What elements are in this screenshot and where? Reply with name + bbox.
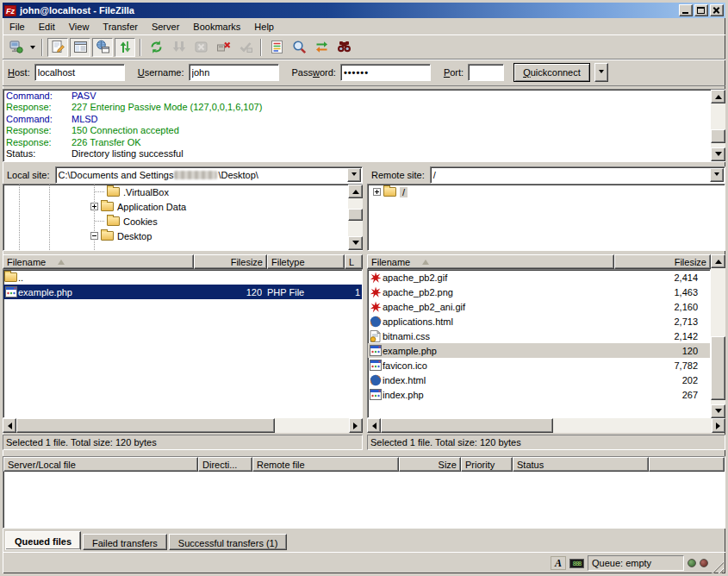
log-vertical-scrollbar[interactable]: [711, 90, 725, 161]
local-site-dropdown-button[interactable]: [347, 168, 361, 182]
expand-plus-icon[interactable]: [90, 203, 98, 210]
remote-site-dropdown-button[interactable]: [710, 168, 724, 182]
port-input[interactable]: [468, 64, 504, 81]
tab-failed-transfers[interactable]: Failed transfers: [83, 534, 167, 550]
scrollbar-thumb[interactable]: [348, 209, 363, 221]
cancel-button[interactable]: [190, 38, 211, 57]
local-site-combo[interactable]: C:\Documents and Settings\Desktop\: [55, 166, 363, 184]
site-manager-button[interactable]: [5, 38, 26, 57]
toggle-remote-treeview-button[interactable]: [92, 38, 113, 57]
minimize-button[interactable]: [679, 4, 693, 16]
close-button[interactable]: [710, 4, 724, 16]
disconnect-button[interactable]: [213, 38, 233, 57]
file-row[interactable]: apache_pb2_ani.gif 2,160: [368, 299, 710, 314]
column-last-modified[interactable]: L: [345, 254, 363, 269]
tab-queued-files[interactable]: Queued files: [5, 531, 81, 550]
local-tree-vertical-scrollbar[interactable]: [348, 185, 363, 250]
tab-successful-transfers[interactable]: Successful transfers (1): [169, 534, 288, 550]
scroll-right-button[interactable]: [349, 418, 363, 433]
message-log[interactable]: Command:PASV Response:227 Entering Passi…: [3, 89, 725, 162]
toggle-transfer-queue-button[interactable]: [115, 38, 135, 57]
find-files-button[interactable]: [333, 38, 354, 57]
site-manager-dropdown-button[interactable]: [27, 38, 38, 57]
synchronized-browsing-button[interactable]: [311, 38, 332, 57]
scroll-left-button[interactable]: [367, 418, 381, 433]
column-filename[interactable]: Filename: [367, 254, 614, 269]
remote-horizontal-scrollbar[interactable]: [367, 418, 725, 433]
column-empty[interactable]: [649, 457, 725, 472]
resize-grip[interactable]: [712, 561, 724, 573]
scroll-right-button[interactable]: [712, 418, 725, 433]
file-row[interactable]: index.html 202: [368, 373, 710, 387]
remote-site-combo[interactable]: /: [430, 166, 725, 184]
reconnect-button[interactable]: [235, 38, 256, 57]
column-size[interactable]: Size: [399, 457, 461, 472]
menu-view[interactable]: View: [62, 20, 96, 34]
menu-bookmarks[interactable]: Bookmarks: [186, 20, 247, 34]
column-filesize[interactable]: Filesize: [194, 254, 267, 269]
file-row-parent-dir[interactable]: ..: [3, 270, 362, 285]
file-row[interactable]: apache_pb2.png 1,463: [368, 285, 710, 299]
column-filesize[interactable]: Filesize: [614, 254, 711, 269]
tree-item-root[interactable]: /: [368, 185, 725, 199]
quickconnect-button[interactable]: Quickconnect: [513, 63, 590, 82]
username-input[interactable]: [189, 64, 279, 81]
column-filetype[interactable]: Filetype: [267, 254, 345, 269]
menu-edit[interactable]: Edit: [32, 20, 62, 34]
file-row[interactable]: bitnami.css 2,142: [368, 329, 710, 343]
password-input[interactable]: [340, 64, 431, 81]
transfer-queue-panel[interactable]: Server/Local file Directi... Remote file…: [3, 456, 725, 529]
tree-item-desktop[interactable]: Desktop: [3, 229, 362, 243]
scroll-up-button[interactable]: [711, 90, 725, 103]
collapse-minus-icon[interactable]: [90, 232, 98, 240]
scroll-up-button[interactable]: [348, 185, 363, 198]
scroll-down-button[interactable]: [711, 147, 725, 161]
menu-file[interactable]: File: [3, 20, 32, 34]
toggle-local-treeview-button[interactable]: [70, 38, 90, 57]
menu-help[interactable]: Help: [247, 20, 281, 34]
tree-item-cookies[interactable]: Cookies: [3, 214, 362, 229]
remote-directory-tree[interactable]: /: [367, 184, 725, 251]
file-row-selected[interactable]: example.php 120: [368, 343, 710, 358]
scrollbar-thumb[interactable]: [711, 336, 725, 400]
scroll-left-button[interactable]: [3, 418, 16, 433]
local-file-list[interactable]: .. example.php 120 PHP File 1: [3, 269, 363, 418]
ascii-data-type-indicator[interactable]: A: [551, 556, 566, 570]
refresh-button[interactable]: [146, 38, 166, 57]
maximize-button[interactable]: [694, 4, 708, 16]
tree-item-virtualbox[interactable]: .VirtualBox: [3, 185, 362, 199]
process-queue-button[interactable]: [168, 38, 189, 57]
quickconnect-dropdown-button[interactable]: [594, 63, 608, 82]
scroll-down-button[interactable]: [348, 236, 363, 250]
scrollbar-thumb[interactable]: [711, 129, 725, 143]
column-server-local-file[interactable]: Server/Local file: [3, 457, 198, 472]
remote-file-list[interactable]: apache_pb2.gif 2,414 apache_pb2.png 1,46…: [367, 269, 711, 418]
column-status[interactable]: Status: [513, 457, 649, 472]
column-priority[interactable]: Priority: [461, 457, 513, 472]
remote-list-vertical-scrollbar[interactable]: [711, 254, 725, 418]
file-row[interactable]: index.php 267: [368, 387, 710, 402]
host-input[interactable]: [34, 64, 125, 81]
menu-transfer[interactable]: Transfer: [96, 20, 145, 34]
file-row-example-php[interactable]: example.php 120 PHP File 1: [3, 285, 362, 299]
column-remote-file[interactable]: Remote file: [252, 457, 399, 472]
local-horizontal-scrollbar[interactable]: [3, 418, 363, 433]
toggle-message-log-button[interactable]: [47, 38, 68, 57]
directory-comparison-button[interactable]: [289, 38, 309, 57]
local-directory-tree[interactable]: .VirtualBox Application Data Cookies Des…: [3, 184, 363, 251]
expand-plus-icon[interactable]: [373, 188, 381, 196]
column-filename[interactable]: Filename: [3, 254, 194, 269]
file-row[interactable]: apache_pb2.gif 2,414: [368, 270, 710, 285]
file-row[interactable]: favicon.ico 7,782: [368, 358, 710, 373]
scrollbar-thumb[interactable]: [381, 418, 553, 433]
scrollbar-thumb[interactable]: [16, 418, 275, 433]
speed-limits-icon[interactable]: 888: [569, 559, 584, 568]
tree-item-application-data[interactable]: Application Data: [3, 199, 362, 214]
menu-server[interactable]: Server: [145, 20, 186, 34]
column-direction[interactable]: Directi...: [198, 457, 252, 472]
directory-listing-filters-button[interactable]: [266, 38, 287, 57]
filezilla-logo-icon[interactable]: Fz: [4, 5, 16, 16]
file-row[interactable]: applications.html 2,713: [368, 314, 710, 329]
scroll-up-button[interactable]: [711, 254, 725, 268]
scroll-down-button[interactable]: [711, 404, 725, 418]
